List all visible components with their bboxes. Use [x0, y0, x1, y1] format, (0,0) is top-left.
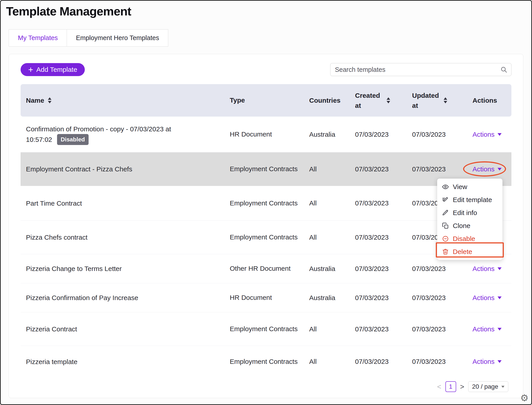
- template-name: Pizza Chefs contract: [26, 234, 88, 241]
- column-header-name[interactable]: Name: [20, 97, 230, 104]
- menu-item-delete[interactable]: Delete: [437, 245, 502, 258]
- column-header-actions: Actions: [471, 97, 512, 104]
- page-size-select[interactable]: 20 / page: [468, 381, 508, 392]
- created-at: 07/03/2023: [355, 325, 412, 333]
- edit-info-icon: [442, 209, 449, 216]
- menu-item-clone[interactable]: Clone: [437, 219, 502, 232]
- clone-icon: [442, 223, 449, 229]
- add-template-label: Add Template: [36, 66, 77, 73]
- menu-item-edit-template[interactable]: Edit template: [437, 193, 502, 206]
- actions-dropdown-trigger[interactable]: Actions: [472, 325, 502, 333]
- template-countries: All: [309, 234, 355, 241]
- pagination-prev-icon[interactable]: <: [437, 383, 441, 391]
- created-at: 07/03/2023: [355, 234, 412, 241]
- updated-at: 07/03/2023: [412, 294, 471, 302]
- created-at: 07/03/2023: [355, 131, 412, 138]
- templates-panel: + Add Template Name Type: [9, 54, 523, 398]
- page-title: Template Management: [6, 4, 531, 18]
- created-at: 07/03/2023: [355, 199, 412, 207]
- pagination-next-icon[interactable]: >: [460, 383, 465, 391]
- chevron-down-icon: [498, 267, 502, 270]
- updated-at: 07/03/2023: [412, 265, 471, 273]
- template-name: Pizzeria Change to Terms Letter: [26, 265, 122, 272]
- trash-icon: [442, 248, 449, 255]
- template-type: HR Document: [230, 293, 309, 303]
- actions-dropdown-trigger[interactable]: Actions: [472, 131, 502, 138]
- column-header-created-at[interactable]: Created at: [355, 90, 412, 111]
- created-at: 07/03/2023: [355, 294, 412, 302]
- tab-my-templates[interactable]: My Templates: [9, 29, 67, 47]
- settings-gear-icon[interactable]: ⚙: [520, 392, 529, 404]
- pagination-page-1[interactable]: 1: [445, 381, 456, 392]
- updated-at: 07/03/2023: [412, 131, 471, 138]
- table-row: Pizzeria Contract Employment Contracts A…: [20, 312, 512, 346]
- sort-icon: [444, 97, 447, 103]
- pagination: < 1 > 20 / page: [20, 381, 512, 392]
- menu-item-edit-info[interactable]: Edit info: [437, 206, 502, 219]
- template-type: Employment Contracts: [230, 198, 309, 208]
- column-header-updated-at[interactable]: Updated at: [412, 90, 471, 111]
- column-header-type: Type: [230, 95, 309, 105]
- menu-item-view[interactable]: View: [437, 180, 502, 193]
- search-box: [330, 63, 512, 76]
- disable-icon: [442, 235, 449, 242]
- template-countries: All: [309, 325, 355, 333]
- actions-dropdown-trigger[interactable]: Actions: [472, 294, 502, 302]
- chevron-down-icon: [498, 168, 502, 170]
- status-badge: Disabled: [57, 134, 88, 145]
- chevron-down-icon: [498, 328, 502, 331]
- sort-icon: [387, 97, 390, 103]
- template-name: Pizzeria Confirmation of Pay Increase: [26, 294, 138, 301]
- table-row: Confirmation of Promotion - copy - 07/03…: [20, 117, 512, 152]
- actions-dropdown-menu: View Edit template Edit info Clone: [437, 179, 502, 260]
- template-name: Pizzeria Contract: [26, 325, 77, 333]
- template-management-page: Template Management My Templates Employm…: [0, 0, 532, 405]
- table-row: Pizzeria template Employment Contracts A…: [20, 346, 512, 377]
- created-at: 07/03/2023: [355, 265, 412, 273]
- template-countries: Australia: [309, 131, 355, 138]
- updated-at: 07/03/2023: [412, 358, 471, 365]
- template-countries: All: [309, 199, 355, 207]
- edit-template-icon: [442, 196, 449, 203]
- template-type: Employment Contracts: [230, 324, 309, 334]
- eye-icon: [442, 183, 449, 190]
- template-type: Employment Contracts: [230, 232, 309, 242]
- chevron-down-icon: [501, 386, 505, 388]
- template-type: Other HR Document: [230, 263, 309, 273]
- created-at: 07/03/2023: [355, 358, 412, 365]
- add-template-button[interactable]: + Add Template: [20, 63, 85, 76]
- template-name: Part Time Contract: [26, 200, 82, 207]
- template-countries: Australia: [309, 294, 355, 302]
- template-countries: All: [309, 165, 355, 173]
- template-name: Pizzeria template: [26, 358, 77, 365]
- created-at: 07/03/2023: [355, 165, 412, 173]
- column-header-countries: Countries: [309, 97, 355, 104]
- actions-dropdown-trigger[interactable]: Actions: [472, 358, 502, 365]
- search-icon[interactable]: [500, 66, 507, 74]
- actions-dropdown-trigger[interactable]: Actions: [472, 265, 502, 273]
- template-name: Confirmation of Promotion - copy - 07/03…: [26, 125, 171, 143]
- template-countries: All: [309, 358, 355, 365]
- chevron-down-icon: [498, 133, 502, 136]
- tab-bar: My Templates Employment Hero Templates: [9, 29, 531, 47]
- table-header-row: Name Type Countries Created at Updated a…: [20, 84, 512, 117]
- template-name: Employment Contract - Pizza Chefs: [26, 165, 132, 173]
- updated-at: 07/03/2023: [412, 165, 471, 173]
- template-type: Employment Contracts: [230, 164, 309, 174]
- actions-dropdown-trigger-open[interactable]: Actions: [472, 165, 502, 173]
- chevron-down-icon: [498, 360, 502, 363]
- sort-icon: [48, 97, 51, 103]
- toolbar: + Add Template: [20, 63, 512, 76]
- search-input[interactable]: [330, 63, 512, 76]
- table-row: Pizzeria Confirmation of Pay Increase HR…: [20, 283, 512, 312]
- menu-item-disable[interactable]: Disable: [437, 232, 502, 245]
- tab-employment-hero-templates[interactable]: Employment Hero Templates: [67, 29, 168, 47]
- template-type: HR Document: [230, 129, 309, 139]
- template-type: Employment Contracts: [230, 357, 309, 366]
- plus-icon: +: [28, 65, 33, 74]
- chevron-down-icon: [498, 297, 502, 299]
- template-countries: Australia: [309, 265, 355, 273]
- updated-at: 07/03/2023: [412, 325, 471, 333]
